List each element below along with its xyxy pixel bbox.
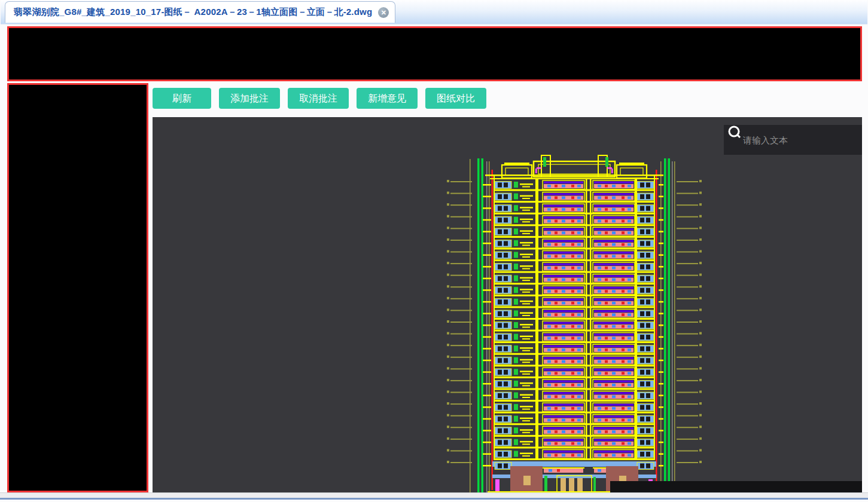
window-bottom-accent bbox=[0, 498, 868, 500]
text-search-box bbox=[724, 125, 862, 155]
redacted-header-panel bbox=[7, 26, 862, 81]
building-elevation-drawing bbox=[153, 117, 862, 492]
document-tab-title: 翡翠湖别院_G8#_建筑_2019_10_17-图纸－ A2002A－23－1轴… bbox=[14, 7, 372, 18]
cancel-annotation-button[interactable]: 取消批注 bbox=[288, 88, 349, 109]
drawing-compare-button[interactable]: 图纸对比 bbox=[425, 88, 486, 109]
redacted-sidebar-panel bbox=[7, 83, 148, 492]
document-tab[interactable]: 翡翠湖别院_G8#_建筑_2019_10_17-图纸－ A2002A－23－1轴… bbox=[5, 1, 395, 23]
annotation-toolbar: 刷新 添加批注 取消批注 新增意见 图纸对比 bbox=[153, 88, 486, 109]
refresh-button[interactable]: 刷新 bbox=[153, 88, 211, 109]
tab-close-icon[interactable]: ✕ bbox=[378, 7, 389, 18]
app-window: 翡翠湖别院_G8#_建筑_2019_10_17-图纸－ A2002A－23－1轴… bbox=[0, 0, 868, 502]
new-comment-button[interactable]: 新增意见 bbox=[357, 88, 418, 109]
search-input[interactable] bbox=[742, 134, 855, 146]
add-annotation-button[interactable]: 添加批注 bbox=[219, 88, 280, 109]
tab-bar: 翡翠湖别院_G8#_建筑_2019_10_17-图纸－ A2002A－23－1轴… bbox=[1, 0, 867, 25]
drawing-canvas[interactable] bbox=[153, 117, 862, 492]
search-icon[interactable] bbox=[727, 125, 742, 139]
